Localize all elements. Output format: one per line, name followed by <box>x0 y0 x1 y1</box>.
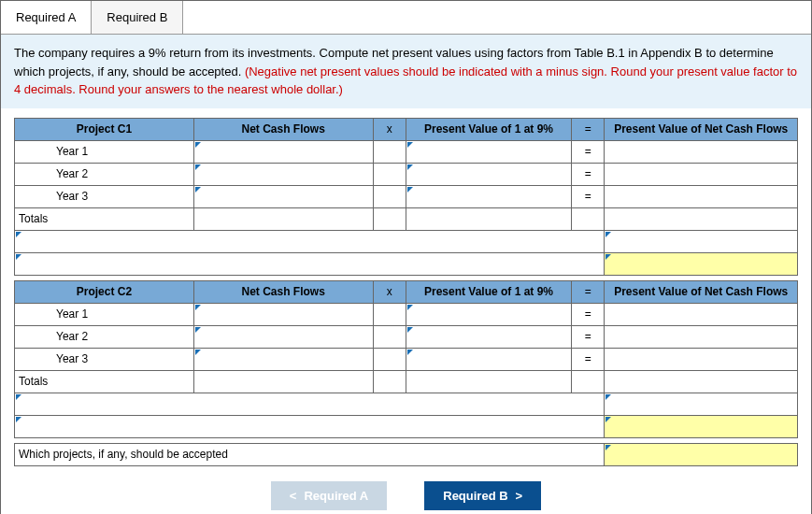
c1-year2-label: Year 2 <box>15 163 194 185</box>
tab-required-a[interactable]: Required A <box>1 1 92 34</box>
c1-totals-pvncf[interactable] <box>605 207 798 230</box>
c2-totals-pvf <box>406 370 571 393</box>
c2-year1-pvf[interactable] <box>406 303 571 325</box>
tab-bar: Required A Required B <box>1 1 811 35</box>
x-sym <box>373 140 406 163</box>
c1-totals-pvf <box>406 207 571 230</box>
c2-year2-row: Year 2 = <box>15 325 798 348</box>
c2-year2-ncf[interactable] <box>193 325 373 348</box>
c2-extra2-left[interactable] <box>15 415 605 437</box>
c1-extra2-left[interactable] <box>15 252 605 275</box>
c2-year1-row: Year 1 = <box>15 303 798 325</box>
next-label: Required B <box>443 489 507 503</box>
hdr-pvf2: Present Value of 1 at 9% <box>406 280 571 303</box>
c2-year1-ncf[interactable] <box>193 303 373 325</box>
next-button[interactable]: Required B > <box>424 481 541 510</box>
c2-year2-pvncf[interactable] <box>605 325 798 348</box>
chevron-right-icon: > <box>516 489 523 503</box>
c1-totals-label: Totals <box>15 207 194 230</box>
c2-totals-pvncf[interactable] <box>605 370 798 393</box>
c1-blank-row2 <box>15 252 798 275</box>
nav-buttons: < Required A Required B > <box>1 470 811 515</box>
c2-year3-label: Year 3 <box>15 348 194 370</box>
c1-totals-row: Totals <box>15 207 798 230</box>
c2-blank-row2 <box>15 415 798 437</box>
prev-label: Required A <box>304 489 368 503</box>
c1-year1-pvf[interactable] <box>406 140 571 163</box>
c1-year2-pvf[interactable] <box>406 163 571 185</box>
question-answer[interactable] <box>605 443 798 465</box>
c1-year3-row: Year 3 = <box>15 185 798 207</box>
c2-year2-pvf[interactable] <box>406 325 571 348</box>
prev-button[interactable]: < Required A <box>271 481 387 510</box>
c1-year2-pvncf[interactable] <box>605 163 798 185</box>
chevron-left-icon: < <box>290 489 297 503</box>
c1-extra1-right[interactable] <box>605 230 798 252</box>
eq-sym: = <box>572 140 605 163</box>
c1-year1-pvncf[interactable] <box>605 140 798 163</box>
c2-year3-pvf[interactable] <box>406 348 571 370</box>
tab-required-b[interactable]: Required B <box>92 1 183 34</box>
c2-totals-row: Totals <box>15 370 798 393</box>
c2-npv-result[interactable] <box>605 415 798 437</box>
c2-year1-label: Year 1 <box>15 303 194 325</box>
c2-blank-row1 <box>15 393 798 415</box>
c2-totals-ncf[interactable] <box>193 370 373 393</box>
c1-year3-ncf[interactable] <box>193 185 373 207</box>
c1-npv-result[interactable] <box>605 252 798 275</box>
c1-year1-row: Year 1 = <box>15 140 798 163</box>
c2-extra1-right[interactable] <box>605 393 798 415</box>
hdr-eq2: = <box>572 280 605 303</box>
c2-extra1-left[interactable] <box>15 393 605 415</box>
c1-blank-row1 <box>15 230 798 252</box>
header-row-c2: Project C2 Net Cash Flows x Present Valu… <box>15 280 798 303</box>
hdr-ncf: Net Cash Flows <box>193 118 373 140</box>
hdr-ncf2: Net Cash Flows <box>193 280 373 303</box>
exercise-panel: Required A Required B The company requir… <box>0 0 812 514</box>
c2-year3-pvncf[interactable] <box>605 348 798 370</box>
c2-year2-label: Year 2 <box>15 325 194 348</box>
c2-year1-pvncf[interactable] <box>605 303 798 325</box>
hdr-x2: x <box>373 280 406 303</box>
question-row: Which projects, if any, should be accept… <box>15 443 798 465</box>
hdr-project-c2: Project C2 <box>15 280 194 303</box>
c1-year2-row: Year 2 = <box>15 163 798 185</box>
instructions: The company requires a 9% return from it… <box>1 35 811 108</box>
header-row-c1: Project C1 Net Cash Flows x Present Valu… <box>15 118 798 140</box>
c1-totals-ncf[interactable] <box>193 207 373 230</box>
c1-year2-ncf[interactable] <box>193 163 373 185</box>
hdr-project-c1: Project C1 <box>15 118 194 140</box>
c1-extra1-left[interactable] <box>15 230 605 252</box>
question-label: Which projects, if any, should be accept… <box>15 443 605 465</box>
c1-year3-label: Year 3 <box>15 185 194 207</box>
npv-table: Project C1 Net Cash Flows x Present Valu… <box>14 118 798 466</box>
c1-year3-pvf[interactable] <box>406 185 571 207</box>
table-area: Project C1 Net Cash Flows x Present Valu… <box>1 108 811 470</box>
c1-year3-pvncf[interactable] <box>605 185 798 207</box>
c2-year3-row: Year 3 = <box>15 348 798 370</box>
hdr-pvf: Present Value of 1 at 9% <box>406 118 571 140</box>
c1-year1-ncf[interactable] <box>193 140 373 163</box>
hdr-pvncf2: Present Value of Net Cash Flows <box>605 280 798 303</box>
c1-year1-label: Year 1 <box>15 140 194 163</box>
hdr-pvncf: Present Value of Net Cash Flows <box>605 118 798 140</box>
hdr-x: x <box>373 118 406 140</box>
hdr-eq: = <box>572 118 605 140</box>
c2-year3-ncf[interactable] <box>193 348 373 370</box>
c2-totals-label: Totals <box>15 370 194 393</box>
